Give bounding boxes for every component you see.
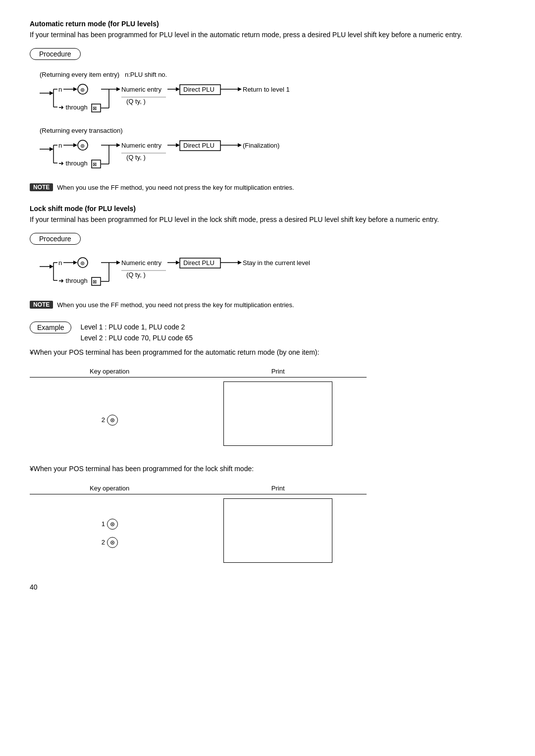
svg-text:(Q ty,     ): (Q ty, ) bbox=[126, 98, 146, 105]
svg-marker-48 bbox=[176, 143, 180, 147]
svg-marker-55 bbox=[50, 265, 54, 269]
svg-text:Direct PLU: Direct PLU bbox=[183, 142, 214, 149]
table-lock-row1: 1 ⊛ 2 ⊛ bbox=[30, 494, 367, 568]
svg-marker-21 bbox=[176, 87, 180, 91]
flow-diagram-3: n ⊛ ➜ through ⊠ Numeric entry (Q ty, ) D… bbox=[40, 256, 416, 295]
note-label-1: NOTE bbox=[30, 183, 53, 191]
svg-text:➜ through: ➜ through bbox=[58, 160, 88, 167]
svg-text:Numeric entry: Numeric entry bbox=[121, 142, 161, 149]
print-box-lock bbox=[223, 498, 332, 563]
svg-marker-70 bbox=[116, 261, 120, 265]
example-line-2: Level 2 : PLU code 70, PLU code 65 bbox=[80, 332, 192, 343]
note-text-2: When you use the FF method, you need not… bbox=[57, 300, 294, 310]
auto-return-title: Automatic return mode (for PLU levels) bbox=[30, 20, 505, 28]
svg-text:⊛: ⊛ bbox=[80, 260, 85, 266]
svg-text:Numeric entry: Numeric entry bbox=[121, 259, 161, 267]
example-label: Example bbox=[30, 322, 71, 333]
table-lock-col1: Key operation bbox=[30, 483, 189, 494]
svg-text:n: n bbox=[58, 86, 62, 93]
procedure-label-2: Procedure bbox=[30, 233, 81, 245]
svg-text:⊛: ⊛ bbox=[80, 143, 85, 149]
svg-text:(Q ty,     ): (Q ty, ) bbox=[126, 271, 146, 278]
section-example: Example Level 1 : PLU code 1, PLU code 2… bbox=[30, 322, 505, 568]
svg-marker-1 bbox=[50, 91, 54, 95]
table-auto-col1: Key operation bbox=[30, 366, 189, 378]
flow-diagram-2: n ⊛ ➜ through ⊠ Numeric entry (Q ty, ) D… bbox=[40, 138, 416, 178]
svg-text:⊠: ⊠ bbox=[93, 106, 97, 111]
svg-marker-16 bbox=[116, 87, 120, 91]
svg-marker-79 bbox=[238, 261, 242, 265]
procedure-label-1: Procedure bbox=[30, 48, 81, 60]
table-lock-row1-op: 1 ⊛ 2 ⊛ bbox=[30, 494, 189, 568]
lock-shift-desc: If your terminal has been programmed for… bbox=[30, 215, 505, 225]
table-lock-col2: Print bbox=[189, 483, 367, 494]
page-number: 40 bbox=[30, 583, 505, 591]
note-bar-2: NOTE When you use the FF method, you nee… bbox=[30, 300, 505, 310]
yen-lock-text: ¥When your POS terminal has been program… bbox=[30, 463, 505, 474]
lock-shift-title: Lock shift mode (for PLU levels) bbox=[30, 205, 505, 213]
svg-marker-28 bbox=[50, 147, 54, 151]
svg-text:⊛: ⊛ bbox=[80, 87, 85, 93]
svg-marker-25 bbox=[238, 87, 242, 91]
table-auto-section: Key operation Print 2 ⊛ bbox=[30, 366, 505, 451]
svg-text:(Q ty,     ): (Q ty, ) bbox=[126, 154, 146, 161]
table-auto-row1-op: 2 ⊛ bbox=[30, 378, 189, 452]
svg-text:➜ through: ➜ through bbox=[58, 104, 88, 111]
svg-text:Direct PLU: Direct PLU bbox=[183, 259, 214, 267]
svg-text:(Finalization): (Finalization) bbox=[243, 142, 279, 149]
svg-marker-75 bbox=[176, 261, 180, 265]
example-lines: Level 1 : PLU code 1, PLU code 2 Level 2… bbox=[80, 322, 192, 344]
svg-text:Direct PLU: Direct PLU bbox=[183, 86, 214, 93]
procedure-badge-1: Procedure bbox=[30, 48, 505, 66]
example-line-1: Level 1 : PLU code 1, PLU code 2 bbox=[80, 322, 192, 332]
svg-marker-7 bbox=[73, 87, 77, 91]
flow1-label: (Returning every item entry) n:PLU shift… bbox=[40, 71, 505, 78]
note-bar-1: NOTE When you use the FF method, you nee… bbox=[30, 183, 505, 193]
svg-text:Return to level 1: Return to level 1 bbox=[243, 86, 290, 93]
table-lock-section: Key operation Print 1 ⊛ 2 ⊛ bbox=[30, 483, 505, 568]
svg-text:n: n bbox=[58, 259, 62, 267]
flow-area-1: (Returning every item entry) n:PLU shift… bbox=[40, 71, 505, 178]
table-lock: Key operation Print 1 ⊛ 2 ⊛ bbox=[30, 483, 367, 568]
flow-area-2: n ⊛ ➜ through ⊠ Numeric entry (Q ty, ) D… bbox=[40, 256, 505, 295]
note-text-1: When you use the FF method, you need not… bbox=[57, 183, 294, 193]
section-auto-return: Automatic return mode (for PLU levels) I… bbox=[30, 20, 505, 193]
section-lock-shift: Lock shift mode (for PLU levels) If your… bbox=[30, 205, 505, 310]
table-auto-row1-print bbox=[189, 378, 367, 452]
flow2-label: (Returning every transaction) bbox=[40, 127, 505, 134]
flow-diagram-1: n ⊛ ➜ through ⊠ Numeric entry (Q ty, ) bbox=[40, 82, 416, 122]
svg-text:n: n bbox=[58, 142, 62, 149]
svg-marker-52 bbox=[238, 143, 242, 147]
svg-text:⊠: ⊠ bbox=[93, 279, 97, 284]
table-lock-row1-print bbox=[189, 494, 367, 568]
table-auto-row1: 2 ⊛ bbox=[30, 378, 367, 452]
note-label-2: NOTE bbox=[30, 301, 53, 309]
svg-marker-43 bbox=[116, 143, 120, 147]
print-box-auto bbox=[223, 381, 332, 446]
auto-return-desc: If your terminal has been programmed for… bbox=[30, 30, 505, 40]
table-auto: Key operation Print 2 ⊛ bbox=[30, 366, 367, 451]
svg-marker-34 bbox=[73, 143, 77, 147]
svg-text:Stay in the current level: Stay in the current level bbox=[243, 259, 310, 267]
procedure-badge-2: Procedure bbox=[30, 233, 505, 251]
yen-auto-text: ¥When your POS terminal has been program… bbox=[30, 347, 505, 358]
svg-text:Numeric entry: Numeric entry bbox=[121, 86, 161, 93]
svg-text:➜ through: ➜ through bbox=[58, 277, 88, 284]
svg-marker-61 bbox=[73, 261, 77, 265]
table-auto-col2: Print bbox=[189, 366, 367, 378]
svg-text:⊠: ⊠ bbox=[93, 162, 97, 167]
